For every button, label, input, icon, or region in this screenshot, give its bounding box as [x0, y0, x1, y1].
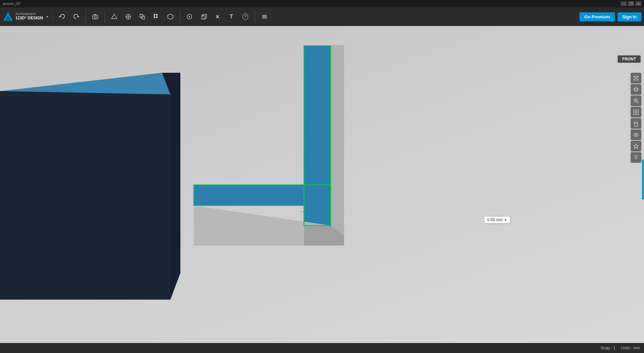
svg-rect-34: [635, 123, 638, 126]
svg-point-4: [94, 16, 96, 18]
measurement-value: 0.50 mm: [487, 218, 503, 222]
titlebar: picture_01* ─ ❐ ✕: [0, 0, 644, 7]
svg-rect-8: [154, 14, 155, 16]
titlebar-title: picture_01*: [3, 2, 621, 6]
svg-point-27: [634, 89, 638, 90]
svg-point-26: [634, 87, 638, 91]
separator-2: [105, 11, 105, 23]
camera-button[interactable]: [89, 11, 101, 23]
viewport: ← 0.50 mm ▼ FRONT: [0, 26, 644, 343]
close-button[interactable]: ✕: [635, 1, 641, 6]
svg-rect-10: [154, 16, 155, 18]
undo-button[interactable]: [56, 11, 68, 23]
filter-button[interactable]: [631, 152, 641, 163]
svg-rect-16: [262, 16, 267, 17]
right-panel: [631, 73, 641, 163]
modify-button[interactable]: [122, 11, 134, 23]
l-shape-object: [184, 45, 344, 249]
titlebar-controls: ─ ❐ ✕: [621, 1, 641, 6]
logo-product: 123D° DESIGN: [15, 16, 43, 20]
svg-marker-19: [0, 91, 170, 300]
toolbar-right: Go Premium Sign In: [580, 12, 641, 21]
svg-rect-9: [156, 14, 158, 16]
toolbar: AUTODESK® 123D° DESIGN ▼ ✕ T: [0, 7, 644, 26]
group-button[interactable]: [164, 11, 176, 23]
svg-rect-17: [262, 18, 267, 18]
svg-rect-14: [202, 16, 205, 19]
svg-line-29: [637, 102, 638, 103]
zoom-fit-button[interactable]: [631, 107, 641, 117]
measurement-dropdown-icon[interactable]: ▼: [504, 218, 507, 222]
scene: ← 0.50 mm ▼: [0, 26, 644, 343]
left-3d-block: [0, 73, 180, 300]
orbit-button[interactable]: [631, 84, 641, 95]
svg-rect-11: [156, 16, 158, 18]
right-edge-strip: [642, 159, 644, 200]
statusbar: Snap : 1 Units : mm: [0, 343, 644, 353]
separator-1: [86, 11, 86, 23]
units-status[interactable]: Units : mm: [621, 346, 640, 350]
snap-status[interactable]: Snap : 1: [601, 346, 616, 350]
measurement-input[interactable]: 0.50 mm ▼: [484, 216, 510, 224]
svg-point-13: [189, 16, 190, 17]
view-cube-button[interactable]: [197, 11, 209, 23]
logo-dropdown-icon[interactable]: ▼: [46, 15, 49, 19]
separator-3: [180, 11, 180, 23]
pattern-button[interactable]: [150, 11, 162, 23]
redo-button[interactable]: [70, 11, 82, 23]
restore-button[interactable]: ❐: [628, 1, 634, 6]
logo-text: AUTODESK® 123D° DESIGN: [15, 13, 43, 20]
view-cube-right-button[interactable]: [631, 118, 641, 129]
combine-button[interactable]: [136, 11, 148, 23]
visibility-button[interactable]: [631, 129, 641, 140]
front-view-label: FRONT: [618, 55, 641, 63]
logo-area: AUTODESK® 123D° DESIGN ▼: [3, 11, 53, 22]
close-button-toolbar[interactable]: ✕: [211, 11, 223, 23]
sign-in-button[interactable]: Sign In: [618, 12, 641, 21]
primitives-button[interactable]: [108, 11, 120, 23]
separator-4: [255, 11, 255, 23]
logo-icon: [3, 11, 13, 22]
fit-all-button[interactable]: [631, 73, 641, 83]
menu-button[interactable]: [259, 11, 271, 23]
text-button[interactable]: T: [225, 11, 237, 23]
minimize-button[interactable]: ─: [621, 1, 627, 6]
go-premium-button[interactable]: Go Premium: [580, 12, 615, 21]
zoom-button[interactable]: [631, 95, 641, 106]
appearance-button[interactable]: [631, 141, 641, 151]
snap-button[interactable]: [183, 11, 195, 23]
help-button[interactable]: ?: [239, 11, 252, 23]
svg-point-37: [635, 134, 637, 136]
svg-rect-15: [262, 15, 267, 16]
svg-rect-33: [635, 111, 637, 113]
svg-marker-22: [331, 45, 344, 236]
